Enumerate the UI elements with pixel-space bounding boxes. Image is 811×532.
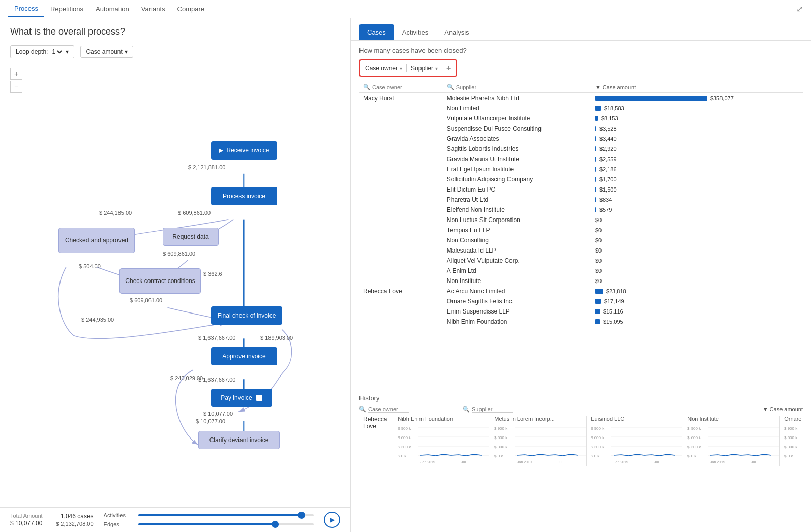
- cell-amount: $2,559: [591, 154, 803, 164]
- activities-slider[interactable]: [138, 514, 314, 516]
- table-row: Ornare Sagittis Felis Inc.$17,149: [359, 296, 803, 306]
- cell-amount: $15,116: [591, 306, 803, 317]
- history-owner-label: Rebecca Love: [359, 416, 394, 466]
- edges-label: Edges: [104, 521, 134, 527]
- filter-case-owner[interactable]: Case owner ▾: [365, 65, 402, 72]
- node-clarify-invoice[interactable]: Clarify deviant invoice: [198, 431, 280, 449]
- nav-repetitions[interactable]: Repetitions: [44, 1, 89, 17]
- svg-text:$ 0 k: $ 0 k: [494, 454, 503, 458]
- node-process-invoice[interactable]: Process invoice: [211, 187, 277, 205]
- filter-supplier[interactable]: Supplier ▾: [411, 65, 438, 72]
- node-checked-approved[interactable]: Checked and approved: [58, 228, 135, 253]
- right-content: How many cases have been closed? Case ow…: [351, 41, 811, 532]
- svg-text:$ 300 k: $ 300 k: [398, 445, 411, 449]
- edges-slider[interactable]: [138, 523, 314, 525]
- cell-owner: [359, 256, 443, 266]
- col-case-owner[interactable]: 🔍: [359, 82, 443, 93]
- cell-amount: $1,700: [591, 174, 803, 184]
- cell-supplier: Gravida Associates: [443, 134, 591, 144]
- svg-text:$ 300 k: $ 300 k: [687, 445, 701, 449]
- cell-supplier: Non Luctus Sit Corporation: [443, 215, 591, 225]
- cell-amount: $15,095: [591, 317, 803, 327]
- tab-analysis[interactable]: Analysis: [436, 24, 477, 40]
- svg-text:$ 0 k: $ 0 k: [398, 454, 407, 458]
- case-amount-control[interactable]: Case amount ▾: [80, 46, 133, 58]
- cell-supplier: Sagittis Lobortis Industries: [443, 144, 591, 154]
- col-supplier[interactable]: 🔍: [443, 82, 591, 93]
- cases-section: How many cases have been closed? Case ow…: [351, 41, 811, 390]
- node-pay-invoice[interactable]: Pay invoice: [211, 389, 272, 407]
- cell-owner: [359, 306, 443, 317]
- loop-depth-select[interactable]: 123: [50, 48, 64, 56]
- cell-owner: [359, 215, 443, 225]
- zoom-out-button[interactable]: −: [10, 81, 22, 93]
- cell-amount: $0: [591, 245, 803, 256]
- left-panel: What is the overall process? Loop depth:…: [0, 18, 351, 532]
- history-chart-col: Non Institute$ 900 k$ 600 k$ 300 k$ 0 kJ…: [683, 416, 780, 466]
- tab-cases[interactable]: Cases: [359, 24, 394, 40]
- cell-owner: [359, 317, 443, 327]
- filter-add-button[interactable]: +: [446, 64, 451, 73]
- nav-variants[interactable]: Variants: [135, 1, 171, 17]
- nav-process[interactable]: Process: [8, 1, 44, 17]
- amount-final-3: $ 189,903.00: [260, 335, 293, 341]
- amount-pay-1: $ 10,077.00: [203, 411, 233, 417]
- history-case-owner-search: 🔍: [359, 406, 461, 413]
- cell-owner: Macy Hurst: [359, 93, 443, 104]
- zoom-in-button[interactable]: +: [10, 68, 22, 80]
- cell-amount: $0: [591, 215, 803, 225]
- edges-slider-handle[interactable]: [272, 521, 279, 528]
- cell-owner: [359, 134, 443, 144]
- tab-activities[interactable]: Activities: [394, 24, 436, 40]
- cell-owner: [359, 266, 443, 276]
- node-check-contract[interactable]: Check contract conditions: [119, 268, 201, 294]
- cell-supplier: Non Consulting: [443, 235, 591, 245]
- svg-text:$ 0 k: $ 0 k: [784, 454, 793, 458]
- cell-amount: $0: [591, 266, 803, 276]
- table-row: Nibh Enim Foundation$15,095: [359, 317, 803, 327]
- svg-text:$ 600 k: $ 600 k: [687, 435, 701, 440]
- section-question: How many cases have been closed?: [359, 47, 803, 54]
- activities-slider-row: Activities: [104, 512, 314, 518]
- table-row: A Enim Ltd$0: [359, 266, 803, 276]
- play-button[interactable]: ▶: [324, 512, 340, 528]
- cell-supplier: Vulputate Ullamcorper Institute: [443, 113, 591, 123]
- cell-amount: $18,583: [591, 103, 803, 113]
- node-approve-invoice[interactable]: Approve invoice: [211, 347, 277, 365]
- amount-final-2: $ 1,637,667.00: [198, 335, 235, 341]
- cell-owner: [359, 184, 443, 195]
- cell-owner: [359, 195, 443, 205]
- loop-depth-label: Loop depth:: [16, 48, 48, 55]
- top-navigation: Process Repetitions Automation Variants …: [0, 0, 811, 18]
- zoom-controls: + −: [10, 68, 22, 93]
- svg-text:$ 300 k: $ 300 k: [784, 445, 798, 449]
- history-chart-name: Nibh Enim Foundation: [398, 416, 486, 422]
- node-receive-invoice[interactable]: ▶ Receive invoice: [211, 141, 277, 160]
- table-row: Rebecca LoveAc Arcu Nunc Limited$23,818: [359, 286, 803, 296]
- edges-slider-fill: [138, 523, 279, 525]
- case-owner-search[interactable]: [372, 84, 413, 90]
- cell-owner: [359, 174, 443, 184]
- history-case-owner-input[interactable]: [368, 406, 409, 413]
- bottom-bar: Total Amount $ 10,077.00 1,046 cases $ 2…: [0, 507, 350, 532]
- svg-text:$ 600 k: $ 600 k: [784, 435, 798, 440]
- supplier-search[interactable]: [456, 84, 497, 90]
- history-supplier-input[interactable]: [472, 406, 513, 413]
- activities-slider-handle[interactable]: [298, 512, 305, 519]
- cell-owner: [359, 113, 443, 123]
- right-tabs: Cases Activities Analysis: [351, 18, 811, 41]
- expand-icon[interactable]: ⤢: [796, 4, 803, 14]
- table-row: Gravida Mauris Ut Institute$2,559: [359, 154, 803, 164]
- svg-text:Jan 2019: Jan 2019: [614, 460, 628, 464]
- node-request-data[interactable]: Request data: [163, 228, 219, 246]
- svg-text:$ 600 k: $ 600 k: [398, 435, 411, 440]
- loop-depth-control[interactable]: Loop depth: 123 ▾: [10, 45, 74, 58]
- node-final-check[interactable]: Final check of invoice: [211, 306, 282, 325]
- col-case-amount[interactable]: ▼ Case amount: [591, 82, 803, 93]
- nav-compare[interactable]: Compare: [171, 1, 211, 17]
- cell-amount: $17,149: [591, 296, 803, 306]
- cell-supplier: Gravida Mauris Ut Institute: [443, 154, 591, 164]
- nav-automation[interactable]: Automation: [89, 1, 135, 17]
- left-controls: Loop depth: 123 ▾ Case amount ▾: [0, 41, 350, 62]
- table-row: Gravida Associates$3,440: [359, 134, 803, 144]
